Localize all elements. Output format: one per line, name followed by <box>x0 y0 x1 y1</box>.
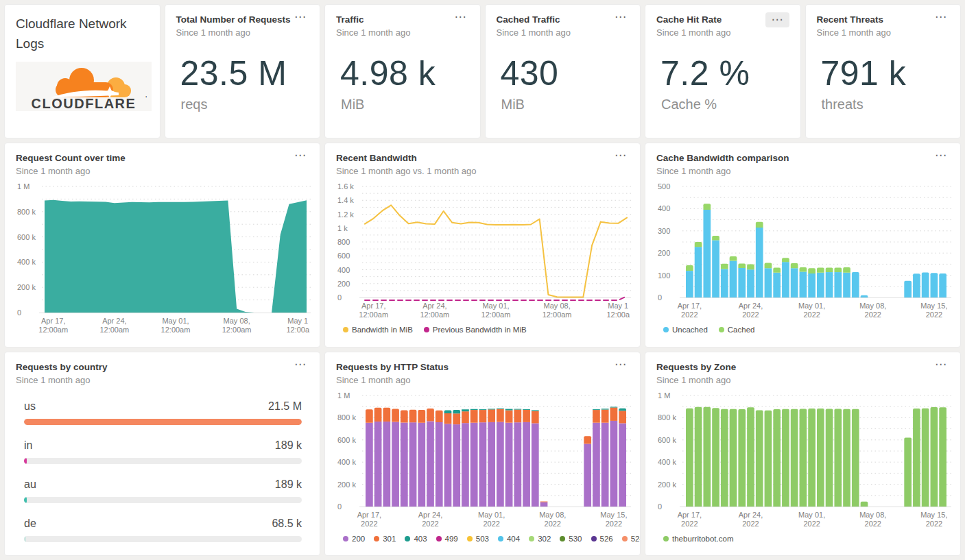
legend-dot-icon <box>436 536 442 541</box>
more-menu-icon[interactable]: ⋯ <box>291 151 309 160</box>
legend-item[interactable]: 499 <box>436 535 458 543</box>
svg-text:600 k: 600 k <box>658 435 676 443</box>
svg-text:12:00am: 12:00am <box>420 311 449 319</box>
country-value: 21.5 M <box>268 400 302 413</box>
legend-label: Previous Bandwidth in MiB <box>433 326 527 334</box>
svg-text:200 k: 200 k <box>658 480 676 488</box>
bandwidth-legend: Bandwidth in MiBPrevious Bandwidth in Mi… <box>336 326 629 334</box>
country-bar-track[interactable] <box>24 536 302 542</box>
svg-text:12:00am: 12:00am <box>543 311 572 319</box>
legend-item[interactable]: 301 <box>374 535 396 543</box>
legend-item[interactable]: 503 <box>467 535 489 543</box>
country-row-de: de 68.5 k <box>16 518 309 542</box>
svg-text:2022: 2022 <box>606 520 622 528</box>
more-menu-icon[interactable]: ⋯ <box>765 12 789 27</box>
legend-dot-icon <box>719 327 724 332</box>
stat-value: 23.5 M <box>176 53 309 93</box>
svg-text:800 k: 800 k <box>17 208 36 216</box>
svg-text:600 k: 600 k <box>337 435 356 443</box>
legend-item[interactable]: 524 <box>622 535 641 543</box>
svg-text:May 01,: May 01, <box>478 511 505 519</box>
card-title: Recent Bandwidth <box>336 152 477 164</box>
legend-dot-icon <box>405 536 410 541</box>
legend-item[interactable]: 404 <box>498 535 520 543</box>
more-menu-icon[interactable]: ⋯ <box>932 151 949 160</box>
svg-text:600 k: 600 k <box>17 233 36 241</box>
brand-mark: ’ <box>145 95 147 103</box>
legend-item[interactable]: Bandwidth in MiB <box>343 326 413 334</box>
svg-text:2022: 2022 <box>926 311 942 319</box>
legend-item[interactable]: Cached <box>719 326 755 334</box>
legend-item[interactable]: 530 <box>560 535 582 543</box>
svg-text:Apr 17,: Apr 17, <box>678 511 702 519</box>
stat-unit: Cache % <box>656 97 789 112</box>
svg-text:May 15,: May 15, <box>600 511 627 519</box>
stat-card-total-requests: Total Number of Requests Since 1 month a… <box>165 4 321 138</box>
country-value: 189 k <box>275 478 302 491</box>
svg-text:Apr 24,: Apr 24, <box>102 317 126 325</box>
legend-item[interactable]: Uncached <box>663 326 708 334</box>
cloudflare-logo: CLOUDFLARE ’ <box>16 62 152 111</box>
more-menu-icon[interactable]: ⋯ <box>932 360 949 369</box>
http-status-legend: 200301403499503404302530526524 <box>336 535 629 543</box>
request-count-chart[interactable]: 0200 k400 k600 k800 k1 MApr 17,12:00amAp… <box>16 178 311 339</box>
svg-text:400 k: 400 k <box>337 458 356 466</box>
legend-dot-icon <box>591 536 597 541</box>
svg-text:Apr 24,: Apr 24, <box>418 511 442 519</box>
svg-text:2022: 2022 <box>865 311 881 319</box>
stat-card-cached-traffic: Cached Traffic Since 1 month ago ⋯ 430 M… <box>485 4 641 138</box>
country-bar-track[interactable] <box>24 458 302 464</box>
svg-text:0: 0 <box>658 293 662 302</box>
zone-chart[interactable]: 0200 k400 k600 k800 k1 MApr 17,2022Apr 2… <box>656 387 951 533</box>
card-title: Cached Traffic <box>497 14 571 25</box>
svg-text:2022: 2022 <box>422 520 438 528</box>
bandwidth-chart[interactable]: 02004006008001 k1.2 k1.4 k1.6 kApr 17,12… <box>336 178 631 324</box>
panel-requests-by-http-status: Requests by HTTP Status Since 1 month ag… <box>324 352 641 557</box>
http-status-chart[interactable]: 0200 k400 k600 k800 k1 MApr 17,2022Apr 2… <box>336 387 631 533</box>
country-bar-track[interactable] <box>24 419 302 425</box>
more-menu-icon[interactable]: ⋯ <box>291 12 309 22</box>
svg-text:1.2 k: 1.2 k <box>337 210 354 219</box>
cache-bandwidth-chart[interactable]: 0100200300400500Apr 17,2022Apr 24,2022Ma… <box>656 178 951 324</box>
more-menu-icon[interactable]: ⋯ <box>612 151 629 160</box>
svg-text:800 k: 800 k <box>658 413 676 422</box>
svg-text:May 01,: May 01, <box>482 302 509 310</box>
svg-text:12:00a: 12:00a <box>606 311 630 319</box>
legend-item[interactable]: 526 <box>591 535 613 543</box>
card-title: Cache Bandwidth comparison <box>656 152 789 164</box>
svg-text:1 M: 1 M <box>658 391 670 400</box>
country-value: 189 k <box>275 439 302 452</box>
card-title: Cache Hit Rate <box>656 14 730 25</box>
country-row-in: in 189 k <box>16 439 309 464</box>
legend-item[interactable]: 403 <box>405 535 427 543</box>
cache-bandwidth-legend: UncachedCached <box>656 326 949 334</box>
stat-unit: MiB <box>497 97 630 112</box>
stat-unit: threats <box>817 97 950 112</box>
card-title: Total Number of Requests <box>176 14 291 25</box>
svg-text:600: 600 <box>337 252 350 260</box>
svg-text:May 08,: May 08, <box>224 317 250 325</box>
legend-item[interactable]: 302 <box>529 535 551 543</box>
svg-text:0: 0 <box>17 308 21 317</box>
country-label: de <box>24 518 36 530</box>
legend-item[interactable]: 200 <box>343 535 365 543</box>
svg-text:200 k: 200 k <box>17 283 36 291</box>
svg-text:2022: 2022 <box>803 520 820 528</box>
legend-label: 530 <box>569 535 582 543</box>
more-menu-icon[interactable]: ⋯ <box>452 12 469 22</box>
more-menu-icon[interactable]: ⋯ <box>612 12 629 22</box>
svg-text:1 M: 1 M <box>337 391 350 400</box>
more-menu-icon[interactable]: ⋯ <box>932 12 949 22</box>
svg-text:Apr 24,: Apr 24, <box>739 511 763 519</box>
legend-label: Uncached <box>672 326 708 334</box>
svg-text:2022: 2022 <box>681 311 698 319</box>
legend-item[interactable]: Previous Bandwidth in MiB <box>424 326 527 334</box>
svg-text:1 M: 1 M <box>17 182 29 191</box>
legend-item[interactable]: theburritobot.com <box>663 535 734 543</box>
svg-text:500: 500 <box>658 182 670 191</box>
country-bar-track[interactable] <box>24 497 302 503</box>
card-subtitle: Since 1 month ago <box>336 27 410 38</box>
country-bar <box>24 536 26 542</box>
more-menu-icon[interactable]: ⋯ <box>612 360 629 369</box>
more-menu-icon[interactable]: ⋯ <box>291 360 309 369</box>
